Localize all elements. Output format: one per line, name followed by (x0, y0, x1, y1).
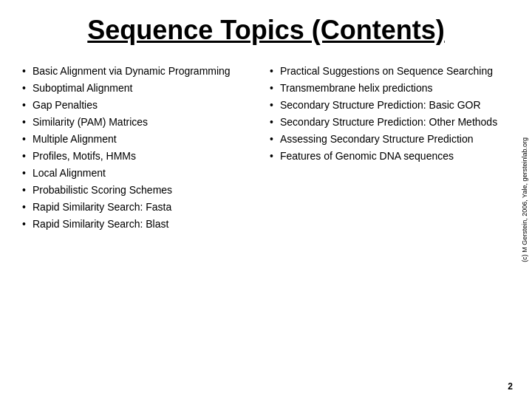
content-area: Basic Alignment via Dynamic ProgrammingS… (22, 64, 510, 384)
list-item: Transmembrane helix predictions (270, 81, 510, 96)
left-column: Basic Alignment via Dynamic ProgrammingS… (22, 64, 262, 384)
list-item: Basic Alignment via Dynamic Programming (22, 64, 262, 79)
list-item: Profiles, Motifs, HMMs (22, 149, 262, 164)
slide-title: Sequence Topics (Contents) (22, 15, 510, 49)
list-item: Suboptimal Alignment (22, 81, 262, 96)
list-item: Rapid Similarity Search: Fasta (22, 200, 262, 215)
list-item: Secondary Structure Prediction: Basic GO… (270, 98, 510, 113)
page-number: 2 (508, 381, 513, 392)
list-item: Rapid Similarity Search: Blast (22, 216, 262, 232)
list-item: Practical Suggestions on Sequence Search… (270, 64, 510, 79)
slide-container: Sequence Topics (Contents) Basic Alignme… (0, 0, 532, 399)
side-label-container: (c) M Gerstein, 2006, Yale, gersteinlab.… (517, 0, 532, 399)
list-item: Local Alignment (22, 166, 262, 181)
right-column: Practical Suggestions on Sequence Search… (270, 64, 510, 384)
list-item: Assessing Secondary Structure Prediction (270, 132, 510, 147)
list-item: Probabilistic Scoring Schemes (22, 183, 262, 198)
list-item: Multiple Alignment (22, 132, 262, 147)
right-list: Practical Suggestions on Sequence Search… (270, 64, 510, 166)
list-item: Features of Genomic DNA sequences (270, 149, 510, 164)
side-label-text: (c) M Gerstein, 2006, Yale, gersteinlab.… (521, 137, 528, 262)
list-item: Similarity (PAM) Matrices (22, 115, 262, 130)
list-item: Secondary Structure Prediction: Other Me… (270, 115, 510, 130)
left-list: Basic Alignment via Dynamic ProgrammingS… (22, 64, 262, 233)
list-item: Gap Penalties (22, 98, 262, 113)
